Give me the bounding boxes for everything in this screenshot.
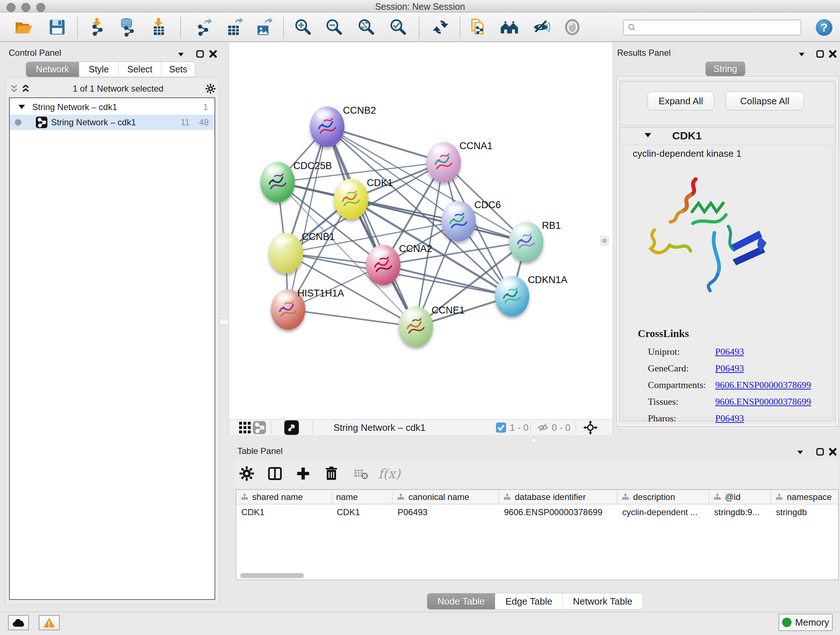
grid-view-icon[interactable] [238,421,251,434]
clipboard-network-button[interactable] [469,18,488,36]
birds-eye-view-icon[interactable] [284,420,299,435]
tab-sets[interactable]: Sets [161,62,195,77]
cloud-status-button[interactable] [8,615,29,630]
network-row-selected[interactable]: String Network – cdk1 11 48 [10,115,215,130]
column-header-database-identifier[interactable]: database identifier [499,490,617,504]
table-cell[interactable]: stringdb:9... [709,504,771,520]
table-panel-menu-icon[interactable] [796,448,805,457]
export-image-button[interactable] [254,18,273,36]
edge-CCNB2-HIST1H1A[interactable] [288,127,327,310]
node-CCNA1[interactable] [426,142,461,182]
table-horizontal-scrollbar[interactable] [240,573,304,578]
export-table-button[interactable] [224,18,243,36]
table-cell[interactable]: CDK1 [332,504,393,520]
network-view-toolbar: String Network – cdk1 1 - 0 0 - 0 [229,419,613,435]
refresh-button[interactable] [431,18,450,36]
tab-style[interactable]: Style [79,62,118,77]
expand-all-networks-icon[interactable] [20,83,32,94]
hide-selected-button[interactable] [531,18,550,36]
results-panel-close-icon[interactable] [828,49,837,59]
delete-table-button[interactable] [353,466,369,481]
table-panel-close-icon[interactable] [828,447,837,456]
table-cell[interactable]: cyclin-dependent ... [617,504,709,520]
help-button[interactable]: ? [816,19,832,36]
open-session-button[interactable] [14,18,33,36]
pan-move-icon[interactable] [583,420,598,435]
table-panel-float-icon[interactable] [815,447,825,456]
node-CDC6[interactable] [441,201,476,241]
network-view-canvas[interactable]: CCNB2 CCNA1 CDC25B CDK1 CDC6 RB1CCNB1 CC… [229,42,613,419]
column-header-shared-name[interactable]: shared name [236,490,332,504]
column-header-canonical-name[interactable]: canonical name [393,490,499,504]
current-network-title: String Network – cdk1 [333,422,425,433]
column-header-namespace[interactable]: namespace [771,490,838,504]
zoom-out-button[interactable] [325,18,343,36]
column-header--id[interactable]: @id [709,490,771,504]
crosslink-url[interactable]: P06493 [715,413,744,424]
results-panel-menu-icon[interactable] [797,50,806,59]
tab-edge-table[interactable]: Edge Table [495,593,563,609]
save-session-button[interactable] [48,18,66,36]
gene-collapse-icon[interactable] [644,132,652,140]
import-table-button[interactable] [149,18,168,36]
control-panel-menu-icon[interactable] [176,50,186,59]
table-row[interactable]: CDK1CDK1P064939606.ENSP00000378699cyclin… [236,504,838,520]
table-cell[interactable]: CDK1 [236,504,332,520]
warning-status-button[interactable] [39,615,60,630]
node-CCNE1[interactable] [399,306,433,347]
tab-network-table[interactable]: Network Table [563,593,643,609]
first-neighbors-button[interactable] [500,18,519,36]
node-CDC25B[interactable] [261,162,295,203]
crosslink-url[interactable]: P06493 [715,347,744,357]
zoom-in-button[interactable] [294,18,312,36]
edge-CCNB2-CCNA1[interactable] [327,127,444,162]
selected-checkbox-icon[interactable] [496,423,506,432]
table-settings-button[interactable] [239,466,255,481]
collapse-all-button[interactable]: Collapse All [726,92,804,111]
left-splitter-handle[interactable] [219,318,229,325]
horizontal-splitter-handle[interactable] [531,438,537,443]
import-network-database-button[interactable] [118,18,137,36]
crosslink-url[interactable]: P06493 [715,363,744,374]
show-hidden-button[interactable] [563,18,582,36]
expand-all-button[interactable]: Expand All [647,92,714,111]
import-network-file-button[interactable] [88,18,106,36]
tab-node-table[interactable]: Node Table [427,593,495,609]
table-cell[interactable]: P06493 [393,504,499,520]
node-RB1[interactable] [509,222,543,262]
crosslink-url[interactable]: 9606.ENSP00000378699 [715,396,811,407]
table-cell[interactable]: 9606.ENSP00000378699 [499,504,617,520]
table-cell[interactable]: stringdb [771,504,838,520]
search-input[interactable] [639,22,801,33]
search-box[interactable] [623,19,801,35]
node-CDKN1A[interactable] [495,276,529,317]
network-share-icon[interactable] [253,421,266,434]
delete-column-button[interactable] [324,466,339,481]
network-options-gear-icon[interactable] [205,83,216,94]
control-panel-float-icon[interactable] [195,49,205,59]
network-collection-row[interactable]: String Network – cdk1 1 [10,100,215,115]
export-network-button[interactable] [193,18,212,36]
tab-select[interactable]: Select [118,62,161,77]
crosslink-url[interactable]: 9606.ENSP00000378699 [715,380,811,390]
column-header-description[interactable]: description [617,490,709,504]
node-CCNA2[interactable] [366,245,401,285]
create-column-button[interactable] [295,466,311,481]
memory-button[interactable]: Memory [778,614,833,631]
tab-network[interactable]: Network [26,62,79,77]
node-CCNB2[interactable] [310,106,344,147]
edge-HIST1H1A-CCNE1[interactable] [288,310,416,326]
zoom-fit-button[interactable] [357,18,376,36]
right-splitter-handle[interactable] [600,236,608,245]
results-panel-float-icon[interactable] [815,49,825,59]
collection-collapse-icon[interactable] [18,102,27,112]
protein-thumbnail-icon [266,169,289,195]
control-panel-close-icon[interactable] [208,49,218,59]
tab-string[interactable]: String [706,62,745,76]
node-CDK1[interactable] [334,179,368,219]
collapse-all-networks-icon[interactable] [8,83,20,94]
node-CCNB1[interactable] [269,233,303,273]
column-header-name[interactable]: name [332,490,393,504]
toggle-column-button[interactable] [267,466,283,481]
zoom-selected-button[interactable] [388,18,407,36]
